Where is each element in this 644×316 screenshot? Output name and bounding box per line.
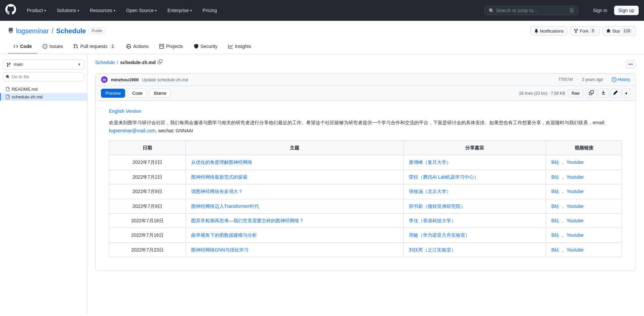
speaker-link-0[interactable]: 黄增峰（复旦大学） [409,160,451,165]
more-file-options-button[interactable]: ▾ [622,89,630,98]
copy-path-button[interactable] [158,59,162,65]
tab-projects[interactable]: Projects [154,40,189,54]
tab-insights[interactable]: Insights [223,40,256,54]
commit-author-name[interactable]: minzhou1900 [111,77,139,82]
video-link-5-1[interactable]: Youtube [567,232,584,238]
commit-hash[interactable]: 775574f [558,77,573,82]
nav-product[interactable]: Product ▾ [24,6,49,15]
copy-icon [589,90,594,95]
raw-button[interactable]: Raw [568,89,583,97]
table-row: 2022年7月23日图神经网络GNN与强化学习刘扶芮（之江实验室）B站，Yout… [109,242,622,257]
repo-owner-link[interactable]: logseminar [16,27,49,35]
code-tab[interactable]: Code [128,89,147,98]
topic-link-3[interactable]: 图神经网络迈入Transformer时代 [191,204,259,209]
copy-content-button[interactable] [586,89,597,98]
topic-link-4[interactable]: 图异常检测再思考—我们究竟需要怎样的图神经网络？ [191,218,304,223]
nav-resources[interactable]: Resources ▾ [87,6,118,15]
star-button[interactable]: Star 110 [602,26,636,36]
link-sep: ， [560,174,565,180]
video-link-6-0[interactable]: B站 [551,247,559,253]
video-link-0-1[interactable]: Youtube [567,160,584,165]
english-version-link[interactable]: English Version [109,107,622,115]
video-link-4-0[interactable]: B站 [551,218,559,223]
fork-count: 5 [590,28,596,34]
nav-solutions[interactable]: Solutions ▾ [54,6,82,15]
file-search-container[interactable] [3,72,84,81]
tab-issues[interactable]: Issues [37,40,68,54]
file-search-icon [6,75,10,79]
fork-label: Fork [580,29,588,34]
link-sep: ， [560,218,565,223]
code-tab-icon [13,44,18,49]
cell-links-6: B站，Youtube [546,242,622,257]
intro-paragraph: 欢迎来到图学习研讨会社区，我们每周会邀请与图学习相关的研究者进行分享他们最近的工… [109,119,622,135]
breadcrumb-sep: / [117,60,118,65]
topic-link-6[interactable]: 图神经网络GNN与强化学习 [191,247,249,253]
file-search-input[interactable] [12,74,81,79]
more-options-button[interactable]: ••• [625,60,636,69]
topic-link-1[interactable]: 图神经网络最新范式的探索 [191,174,248,180]
tab-code[interactable]: Code [8,40,37,54]
global-search[interactable]: Search or jump to... / [484,6,578,15]
speaker-link-1[interactable]: 荣钰（腾讯AI Lab机器学习中心） [409,174,479,180]
video-link-1-0[interactable]: B站 [551,174,559,180]
video-link-6-1[interactable]: Youtube [567,247,584,253]
repo-name-link[interactable]: Schedule [56,27,86,35]
sign-up-button[interactable]: Sign up [614,6,639,15]
file-readme[interactable]: README.md [0,85,87,93]
repo-type-icon [8,28,13,34]
video-link-3-1[interactable]: Youtube [567,204,584,209]
cell-speaker-0: 黄增峰（复旦大学） [403,155,546,170]
cell-date-4: 2022年7月16日 [109,213,186,228]
video-link-1-1[interactable]: Youtube [567,174,584,180]
nav-enterprise[interactable]: Enterprise ▾ [165,6,195,15]
notifications-button[interactable]: Notifications [530,26,568,36]
cell-links-5: B站，Youtube [546,228,622,242]
file-schedule-zh[interactable]: schedule-zh.md [0,93,87,101]
cell-topic-6: 图神经网络GNN与强化学习 [185,242,403,257]
bell-icon [534,29,539,33]
tab-actions-label: Actions [133,44,149,49]
video-link-2-0[interactable]: B站 [551,189,559,194]
branch-icon [6,62,11,67]
file-stat: 28 lines (23 loc) · 7.08 KB [519,91,565,96]
email-link[interactable]: logseminar@mail.com [109,128,156,133]
file-viewer: m minzhou1900 Update schedule-zh.md 7755… [95,73,636,271]
video-link-2-1[interactable]: Youtube [567,189,584,194]
tab-security[interactable]: Security [189,40,223,54]
branch-selector[interactable]: main ▾ [3,59,84,70]
topic-link-5[interactable]: 曲率视角下的图数据建模与分析 [191,232,257,238]
speaker-link-6[interactable]: 刘扶芮（之江实验室） [409,247,456,253]
cell-date-3: 2022年7月9日 [109,199,186,213]
cell-date-0: 2022年7月2日 [109,155,186,170]
history-link[interactable]: History [612,77,630,82]
breadcrumb: Schedule / schedule-zh.md [95,59,162,65]
speaker-link-2[interactable]: 张牧涵（北京大学） [409,189,451,194]
repo-visibility-badge: Public [89,28,106,34]
tab-pull-requests[interactable]: Pull requests 1 [68,40,121,54]
speaker-link-3[interactable]: 郑书新（微软亚洲研究院） [409,204,465,209]
preview-tab[interactable]: Preview [101,89,125,98]
video-link-0-0[interactable]: B站 [551,160,559,165]
video-link-3-0[interactable]: B站 [551,204,559,209]
topic-link-2[interactable]: 谱图神经网络有多强大？ [191,189,243,194]
blame-tab[interactable]: Blame [150,89,171,98]
download-button[interactable] [598,89,609,98]
nav-pricing[interactable]: Pricing [200,6,220,15]
speaker-link-4[interactable]: 李佳（香港科技大学） [409,218,456,223]
edit-button[interactable] [610,89,621,98]
notifications-label: Notifications [540,29,564,34]
github-logo-icon[interactable] [5,4,16,17]
video-link-5-0[interactable]: B站 [551,232,559,238]
breadcrumb-repo-link[interactable]: Schedule [95,60,115,65]
nav-open-source[interactable]: Open Source ▾ [123,6,160,15]
speaker-link-5[interactable]: 周敏（华为诺亚方舟实验室） [409,232,470,238]
topic-link-0[interactable]: 从优化的角度理解图神经网络 [191,160,252,165]
fork-button[interactable]: Fork 5 [570,26,600,36]
sign-in-button[interactable]: Sign in [589,6,611,15]
repo-header: logseminar / Schedule Public Notificatio… [0,21,644,40]
tab-actions[interactable]: Actions [121,40,154,54]
file-readme-label: README.md [12,87,38,92]
video-link-4-1[interactable]: Youtube [567,218,584,223]
insights-tab-icon [228,44,233,49]
